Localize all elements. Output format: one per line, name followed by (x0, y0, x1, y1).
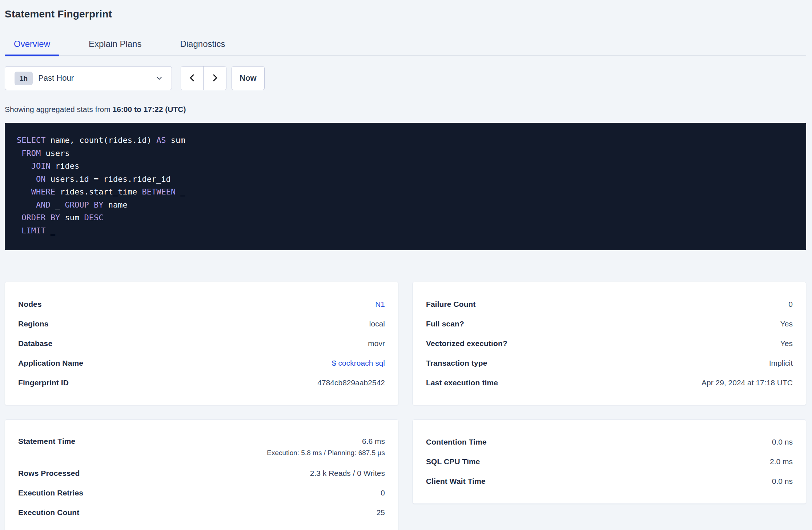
now-button[interactable]: Now (232, 66, 265, 90)
prev-time-button[interactable] (181, 67, 204, 90)
row-label: Nodes (18, 300, 42, 309)
detail-row-fingerprint-id: Fingerprint ID 4784cb829aab2542 (18, 373, 385, 393)
detail-row-transaction-type: Transaction type Implicit (426, 353, 793, 373)
nodes-link[interactable]: N1 (375, 300, 385, 309)
statement-time-breakdown: Execution: 5.8 ms / Planning: 687.5 µs (267, 449, 385, 457)
row-label: Vectorized execution? (426, 339, 507, 348)
chevron-left-icon (188, 73, 197, 83)
row-value: 0.0 ns (772, 477, 793, 486)
row-value: Yes (780, 339, 793, 348)
row-value: local (369, 320, 385, 328)
row-value: Apr 29, 2024 at 17:18 UTC (702, 378, 793, 387)
row-label: Contention Time (426, 438, 487, 446)
row-label: Transaction type (426, 359, 487, 368)
statement-timing-card: Statement Time 6.6 ms Execution: 5.8 ms … (5, 419, 398, 530)
aggregated-stats-text: Showing aggregated stats from 16:00 to 1… (5, 105, 806, 114)
row-value: 2.0 ms (770, 457, 793, 466)
row-value: 0 (788, 300, 793, 309)
detail-row-rows-processed: Rows Processed 2.3 k Reads / 0 Writes (18, 463, 385, 483)
row-label: Database (18, 339, 52, 348)
resource-usage-card: Contention Time 0.0 ns SQL CPU Time 2.0 … (413, 419, 806, 504)
row-value: 0.0 ns (772, 438, 793, 446)
row-value: 6.6 ms (362, 437, 385, 446)
row-label: Execution Count (18, 508, 79, 517)
tab-explain-plans[interactable]: Explain Plans (80, 35, 150, 55)
row-label: Execution Retries (18, 489, 83, 497)
detail-row-sql-cpu-time: SQL CPU Time 2.0 ms (426, 452, 793, 471)
detail-row-failure-count: Failure Count 0 (426, 294, 793, 314)
row-label: Failure Count (426, 300, 476, 309)
detail-row-vectorized: Vectorized execution? Yes (426, 334, 793, 353)
statement-details-card: Nodes N1 Regions local Database movr App… (5, 282, 398, 405)
detail-row-last-execution-time: Last execution time Apr 29, 2024 at 17:1… (426, 373, 793, 393)
next-time-button[interactable] (204, 67, 226, 90)
detail-row-execution-count: Execution Count 25 (18, 503, 385, 522)
time-range-label: Past Hour (38, 73, 156, 83)
detail-row-full-scan: Full scan? Yes (426, 314, 793, 334)
row-label: Fingerprint ID (18, 378, 69, 387)
tab-diagnostics[interactable]: Diagnostics (171, 35, 234, 55)
row-label: Statement Time (18, 437, 75, 446)
tab-overview[interactable]: Overview (5, 35, 59, 55)
aggregated-stats-range: 16:00 to 17:22 (UTC) (113, 105, 186, 113)
page-title: Statement Fingerprint (5, 8, 806, 20)
summary-cards-grid: Nodes N1 Regions local Database movr App… (5, 282, 806, 530)
row-value: Implicit (769, 359, 793, 368)
detail-row-application-name: Application Name $ cockroach sql (18, 353, 385, 373)
row-label: Last execution time (426, 378, 498, 387)
row-label: Rows Processed (18, 469, 80, 478)
time-range-badge: 1h (15, 72, 33, 85)
time-range-dropdown[interactable]: 1h Past Hour (5, 66, 172, 90)
statement-time-values: 6.6 ms Execution: 5.8 ms / Planning: 687… (267, 437, 385, 457)
row-label: Application Name (18, 359, 83, 368)
chevron-right-icon (210, 73, 219, 83)
aggregated-stats-prefix: Showing aggregated stats from (5, 105, 113, 113)
row-label: SQL CPU Time (426, 457, 480, 466)
time-controls: 1h Past Hour Now (5, 66, 806, 90)
detail-row-contention-time: Contention Time 0.0 ns (426, 432, 793, 452)
row-value: Yes (780, 320, 793, 328)
detail-row-statement-time: Statement Time 6.6 ms Execution: 5.8 ms … (18, 432, 385, 463)
statement-fingerprint-page: Statement Fingerprint Overview Explain P… (0, 0, 812, 530)
detail-row-regions: Regions local (18, 314, 385, 334)
row-label: Client Wait Time (426, 477, 486, 486)
row-label: Full scan? (426, 320, 464, 328)
row-value: 0 (381, 489, 385, 497)
tab-bar: Overview Explain Plans Diagnostics (5, 35, 806, 56)
application-name-link[interactable]: $ cockroach sql (332, 359, 385, 368)
row-value: movr (368, 339, 385, 348)
row-value: 4784cb829aab2542 (317, 378, 385, 387)
detail-row-client-wait-time: Client Wait Time 0.0 ns (426, 471, 793, 491)
row-value: 25 (377, 508, 385, 517)
execution-attributes-card: Failure Count 0 Full scan? Yes Vectorize… (413, 282, 806, 405)
row-value: 2.3 k Reads / 0 Writes (310, 469, 385, 478)
row-label: Regions (18, 320, 49, 328)
detail-row-execution-retries: Execution Retries 0 (18, 483, 385, 503)
detail-row-database: Database movr (18, 334, 385, 353)
sql-statement-box: SELECT name, count(rides.id) AS sum FROM… (5, 123, 806, 250)
time-step-button-group (181, 66, 226, 90)
detail-row-nodes: Nodes N1 (18, 294, 385, 314)
chevron-down-icon (156, 75, 163, 82)
